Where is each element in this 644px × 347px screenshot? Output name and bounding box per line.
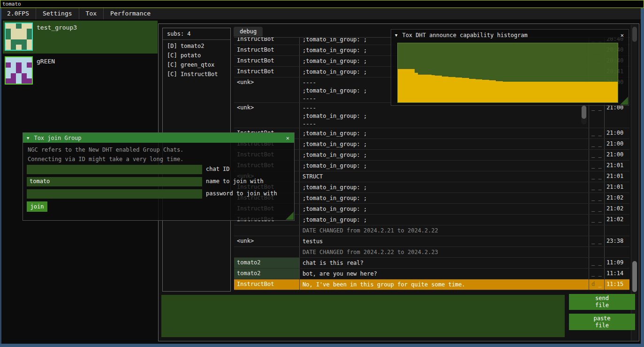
sender-name: <unk> <box>234 236 300 247</box>
contact-row-test_group3[interactable]: test_group3 <box>3 21 158 54</box>
avatar <box>5 56 33 85</box>
chat-row[interactable]: tomato2bot, are you new here?_ _11:14 <box>234 269 629 279</box>
histogram-bar <box>614 82 618 102</box>
resize-grip-icon[interactable] <box>620 97 628 105</box>
chat-row[interactable]: <unk>---- ;tomato_in_group: ; ----_ _21:… <box>234 103 629 128</box>
histogram-bar <box>513 82 516 102</box>
contact-row-gREEN[interactable]: gREEN <box>3 54 158 87</box>
timestamp: 23:38 <box>605 236 629 247</box>
avatar-pixel <box>11 23 16 29</box>
chat-row[interactable]: InstructBotNo, I've been in this group f… <box>234 279 629 290</box>
timestamp: 11:14 <box>605 269 629 279</box>
menu-item-settings[interactable]: Settings <box>36 8 79 19</box>
join-button[interactable]: join <box>27 201 47 212</box>
delivery-flags: _ _ <box>589 139 605 149</box>
collapse-icon[interactable]: ▼ <box>27 136 29 140</box>
histogram-bar <box>587 82 591 102</box>
histogram-bar <box>469 79 472 102</box>
close-icon[interactable]: ✕ <box>285 135 290 141</box>
histogram-bar <box>439 76 442 102</box>
member-potato[interactable]: [C] potato <box>163 51 230 60</box>
histogram-bar <box>500 81 503 102</box>
histogram-bar <box>503 82 506 102</box>
collapse-icon[interactable]: ▼ <box>395 33 397 38</box>
avatar-pixel <box>6 23 11 29</box>
timestamp <box>605 247 629 257</box>
timestamp: 21:02 <box>605 193 629 203</box>
member-tomato2[interactable]: [D] tomato2 <box>163 41 230 51</box>
message-text: ---- ;tomato_in_group: ; ---- <box>300 103 589 128</box>
message-text: chat is this real? <box>300 258 589 268</box>
avatar-pixel <box>6 62 11 68</box>
timestamp: 11:15 <box>605 279 629 290</box>
close-icon[interactable]: ✕ <box>620 32 625 39</box>
histogram-bar <box>428 75 432 102</box>
join-group-window: ▼ Tox join Group ✕ NGC refers to the New… <box>23 132 295 221</box>
sender-name <box>234 247 300 257</box>
histogram-bar <box>553 82 557 102</box>
chat-scrollbar[interactable] <box>631 25 637 340</box>
chat-scrollbar-handle-top[interactable] <box>632 27 637 42</box>
menu-item-tox[interactable]: Tox <box>79 8 103 19</box>
histogram-bar <box>557 82 560 102</box>
input-chat-ID[interactable] <box>27 165 202 174</box>
timestamp: 21:01 <box>605 182 629 193</box>
histogram-bar <box>472 79 476 102</box>
window-titlebar[interactable]: tomato <box>0 0 644 8</box>
histogram-bar <box>425 75 428 102</box>
avatar-pixel <box>27 34 32 39</box>
timestamp: 21:02 <box>605 204 629 214</box>
chat-row-system[interactable]: DATE CHANGED from 2024.2.22 to 2024.2.23 <box>234 247 629 258</box>
avatar-pixel <box>16 23 21 29</box>
delivery-flags: _ _ <box>589 258 605 268</box>
send-file-button[interactable]: send file <box>569 294 635 310</box>
histogram-bar <box>543 82 546 102</box>
histogram-bar <box>445 77 448 102</box>
join-group-titlebar[interactable]: ▼ Tox join Group ✕ <box>23 133 294 143</box>
members-count-label: subs: 4 <box>163 28 230 39</box>
member-InstructBot[interactable]: [C] InstructBot <box>163 69 230 79</box>
delivery-flags: _ _ <box>589 103 605 128</box>
sender-name: InstructBot <box>234 37 300 45</box>
resize-grip-icon[interactable] <box>286 212 294 220</box>
histogram-bar <box>611 82 614 102</box>
tab-debug[interactable]: debug <box>234 27 263 37</box>
message-input[interactable] <box>161 295 565 337</box>
timestamp: 21:00 <box>605 150 629 160</box>
histogram-bar <box>404 69 408 102</box>
chat-row[interactable]: tomato2chat is this real?_ _11:09 <box>234 258 629 269</box>
avatar-pixel <box>6 45 11 50</box>
avatar-pixel <box>27 39 32 45</box>
message-text: ;tomato_in_group: ; <box>300 215 589 225</box>
join-help-line1: NGC refers to the New DHT enabled Group … <box>28 147 183 153</box>
input-password-to-join-with[interactable] <box>27 189 202 199</box>
histogram-bar <box>422 75 425 102</box>
delivery-flags: _ _ <box>589 269 605 279</box>
message-cell-scrollbar[interactable] <box>581 105 587 124</box>
member-green_qtox[interactable]: [C] green_qtox <box>163 60 230 69</box>
histogram-bar <box>452 77 455 102</box>
chat-scrollbar-handle-bottom[interactable] <box>632 261 637 292</box>
message-text: DATE CHANGED from 2024.2.21 to 2024.2.22 <box>300 225 589 236</box>
delivery-flags: _ _ <box>589 171 605 182</box>
avatar-pixel <box>27 45 32 50</box>
histogram-titlebar[interactable]: ▼ Tox DHT announce capability histogram … <box>391 30 629 41</box>
avatar-pixel <box>27 73 32 78</box>
timestamp: 21:01 <box>605 171 629 182</box>
histogram-bar <box>526 82 530 102</box>
avatar-pixel <box>27 68 32 73</box>
message-text: ;tomato_in_group: ; <box>300 139 589 149</box>
input-name-to-join-with[interactable]: tomato <box>27 177 202 186</box>
chat-row[interactable]: <unk>testus_ _23:38 <box>234 236 629 247</box>
fps-indicator: 2.0FPS <box>0 8 36 19</box>
menu-item-performance[interactable]: Performance <box>104 8 157 19</box>
histogram-bar <box>598 82 601 102</box>
histogram-bar <box>523 82 526 102</box>
histogram-window: ▼ Tox DHT announce capability histogram … <box>391 29 629 106</box>
paste-file-button[interactable]: paste file <box>569 314 635 330</box>
chat-row-system[interactable]: DATE CHANGED from 2024.2.21 to 2024.2.22 <box>234 225 629 236</box>
message-cell-scrollbar-handle[interactable] <box>582 106 586 119</box>
avatar-pixel <box>16 68 21 73</box>
histogram-bar <box>496 81 499 102</box>
histogram-bar <box>567 82 570 102</box>
